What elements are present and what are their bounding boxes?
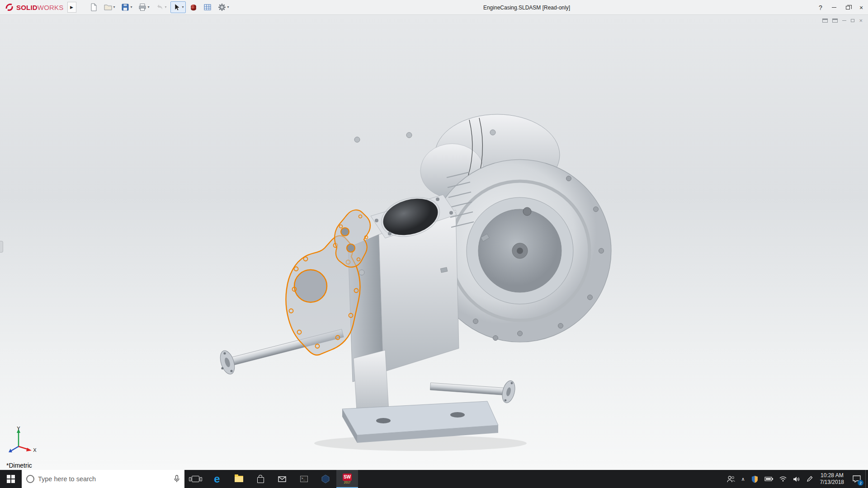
solidworks-taskbar-button[interactable]: SW 2017 bbox=[336, 470, 358, 488]
wifi-icon bbox=[779, 476, 787, 482]
spreadsheet-icon bbox=[203, 3, 212, 12]
cortana-icon bbox=[26, 475, 34, 483]
defender-shield-icon bbox=[751, 475, 758, 483]
open-dropdown-arrow[interactable]: ▾ bbox=[113, 5, 115, 9]
minimize-icon bbox=[832, 7, 836, 8]
new-document-icon bbox=[89, 3, 98, 12]
select-cursor-icon bbox=[172, 3, 181, 12]
graphics-viewport[interactable]: × Y X *Dimetric bbox=[0, 15, 868, 470]
clock-date: 7/13/2018 bbox=[820, 479, 844, 486]
action-center-button[interactable]: 2 bbox=[848, 470, 865, 488]
solidworks-logo: SOLIDWORKS bbox=[0, 3, 67, 12]
hexagon-app-button[interactable] bbox=[315, 470, 336, 488]
options-dropdown-arrow[interactable]: ▾ bbox=[227, 5, 229, 9]
new-window-icon[interactable] bbox=[822, 19, 828, 23]
mail-envelope-icon bbox=[278, 476, 286, 482]
doc-minimize-icon[interactable] bbox=[842, 20, 846, 21]
doc-restore-icon[interactable] bbox=[851, 19, 854, 22]
file-explorer-icon bbox=[235, 476, 243, 482]
sw-year-label: 2017 bbox=[344, 481, 350, 484]
taskbar-clock[interactable]: 10:28 AM 7/13/2018 bbox=[816, 470, 848, 488]
window-controls: ? × bbox=[814, 0, 868, 15]
save-button[interactable]: ▾ bbox=[119, 1, 134, 13]
hexagon-icon bbox=[321, 474, 330, 483]
quick-access-toolbar: ▾ ▾ ▾ bbox=[87, 1, 231, 13]
battery-icon bbox=[764, 477, 773, 481]
options-button[interactable]: ▾ bbox=[216, 1, 231, 13]
ds-logo-icon bbox=[5, 3, 14, 12]
system-tray: ∧ bbox=[724, 470, 868, 488]
doc-close-icon[interactable]: × bbox=[859, 18, 863, 23]
feature-manager-collapsed-tab[interactable] bbox=[0, 241, 3, 253]
console-icon: >_ bbox=[300, 476, 308, 482]
windows-taskbar: e >_ SW 2017 bbox=[0, 470, 868, 488]
start-button[interactable] bbox=[0, 470, 22, 488]
help-icon: ? bbox=[819, 4, 822, 11]
solidworks-window: SOLIDWORKS ▶ ▾ bbox=[0, 0, 868, 488]
close-icon: × bbox=[859, 4, 863, 11]
people-button[interactable] bbox=[724, 470, 738, 488]
tile-window-icon[interactable] bbox=[832, 19, 838, 23]
menu-expand-button[interactable]: ▶ bbox=[67, 2, 76, 13]
clock-time: 10:28 AM bbox=[821, 472, 844, 479]
task-view-icon bbox=[192, 476, 199, 482]
store-bag-icon bbox=[257, 477, 264, 483]
print-button[interactable]: ▾ bbox=[136, 1, 151, 13]
windows-ink-button[interactable] bbox=[803, 470, 816, 488]
brand-works: WORKS bbox=[38, 4, 64, 11]
select-dropdown-arrow[interactable]: ▾ bbox=[182, 5, 184, 9]
appearance-icon bbox=[189, 3, 198, 12]
appearance-button[interactable] bbox=[188, 1, 199, 13]
engine-casing-model bbox=[0, 15, 868, 470]
minimize-button[interactable] bbox=[827, 0, 841, 15]
task-view-button[interactable] bbox=[184, 470, 206, 488]
taskbar-search[interactable] bbox=[22, 470, 184, 488]
window-title: EngineCasing.SLDASM [Read-only] bbox=[483, 0, 570, 15]
network-button[interactable] bbox=[776, 470, 790, 488]
notification-badge: 2 bbox=[858, 480, 863, 486]
show-desktop-button[interactable] bbox=[865, 470, 868, 488]
open-button[interactable]: ▾ bbox=[102, 1, 117, 13]
title-bar: SOLIDWORKS ▶ ▾ bbox=[0, 0, 868, 15]
file-explorer-button[interactable] bbox=[228, 470, 250, 488]
print-dropdown-arrow[interactable]: ▾ bbox=[148, 5, 150, 9]
brand-text: SOLIDWORKS bbox=[16, 4, 64, 11]
orientation-triad[interactable]: Y X bbox=[6, 426, 38, 454]
edge-icon: e bbox=[214, 474, 220, 484]
solidworks-2017-icon: SW 2017 bbox=[343, 474, 352, 484]
console-button[interactable]: >_ bbox=[293, 470, 315, 488]
battery-button[interactable] bbox=[761, 470, 776, 488]
save-icon bbox=[121, 3, 130, 12]
gear-icon bbox=[217, 3, 226, 12]
windows-logo-icon bbox=[7, 475, 15, 483]
axis-y-label: Y bbox=[17, 426, 20, 431]
undo-dropdown-arrow[interactable]: ▾ bbox=[165, 5, 167, 9]
print-icon bbox=[138, 3, 147, 12]
hidden-icons-button[interactable]: ∧ bbox=[738, 470, 748, 488]
mail-button[interactable] bbox=[271, 470, 293, 488]
select-tool-button[interactable]: ▾ bbox=[170, 1, 186, 13]
people-icon bbox=[727, 475, 735, 483]
restore-icon bbox=[846, 6, 850, 9]
speaker-icon bbox=[793, 476, 800, 482]
volume-button[interactable] bbox=[790, 470, 803, 488]
undo-icon bbox=[155, 3, 164, 12]
search-input[interactable] bbox=[38, 475, 170, 483]
defender-button[interactable] bbox=[748, 470, 761, 488]
expand-arrow-icon: ▶ bbox=[70, 5, 73, 9]
save-dropdown-arrow[interactable]: ▾ bbox=[131, 5, 132, 9]
restore-button[interactable] bbox=[841, 0, 854, 15]
microphone-icon[interactable] bbox=[174, 475, 180, 483]
edge-button[interactable]: e bbox=[206, 470, 228, 488]
store-button[interactable] bbox=[250, 470, 271, 488]
pen-icon bbox=[807, 476, 813, 482]
undo-button[interactable]: ▾ bbox=[153, 1, 169, 13]
close-button[interactable]: × bbox=[854, 0, 868, 15]
brand-solid: SOLID bbox=[16, 4, 38, 11]
open-folder-icon bbox=[104, 3, 113, 12]
new-document-button[interactable] bbox=[87, 1, 100, 13]
view-orientation-label: *Dimetric bbox=[6, 462, 32, 469]
design-table-button[interactable] bbox=[201, 1, 214, 13]
help-button[interactable]: ? bbox=[814, 0, 827, 15]
axis-x-label: X bbox=[33, 447, 37, 453]
